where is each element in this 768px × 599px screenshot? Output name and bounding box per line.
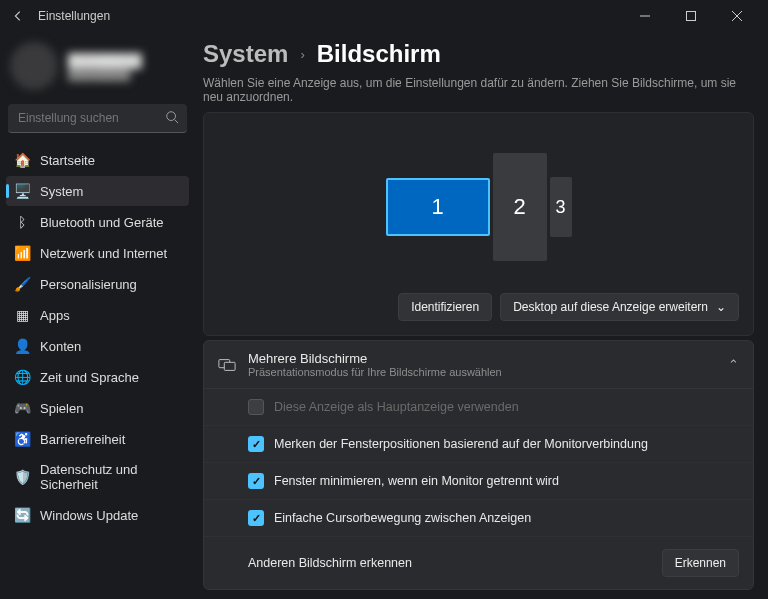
- option-label: Merken der Fensterpositionen basierend a…: [274, 437, 648, 451]
- search-input[interactable]: [8, 104, 187, 133]
- profile-email: ████████: [68, 68, 142, 80]
- time-icon: 🌐: [14, 369, 30, 385]
- sidebar-item-konten[interactable]: 👤Konten: [6, 331, 189, 361]
- close-icon: [732, 11, 742, 21]
- accessibility-icon: ♿: [14, 431, 30, 447]
- home-icon: 🏠: [14, 152, 30, 168]
- chevron-right-icon: ›: [300, 47, 304, 62]
- search-box[interactable]: [8, 104, 187, 133]
- option-label: Einfache Cursorbewegung zwischen Anzeige…: [274, 511, 531, 525]
- sidebar-item-label: Personalisierung: [40, 277, 137, 292]
- breadcrumb: System › Bildschirm: [203, 40, 754, 68]
- close-button[interactable]: [714, 0, 760, 32]
- sidebar-item-bluetooth-und-geräte[interactable]: ᛒBluetooth und Geräte: [6, 207, 189, 237]
- sidebar-item-netzwerk-und-internet[interactable]: 📶Netzwerk und Internet: [6, 238, 189, 268]
- svg-line-5: [175, 120, 179, 124]
- checkbox[interactable]: [248, 473, 264, 489]
- sidebar-item-label: Spielen: [40, 401, 83, 416]
- sidebar-item-label: Konten: [40, 339, 81, 354]
- network-icon: 📶: [14, 245, 30, 261]
- sidebar-item-system[interactable]: 🖥️System: [6, 176, 189, 206]
- display-option-row: Diese Anzeige als Hauptanzeige verwenden: [204, 389, 753, 425]
- back-button[interactable]: [8, 9, 28, 23]
- sidebar-item-spielen[interactable]: 🎮Spielen: [6, 393, 189, 423]
- breadcrumb-parent[interactable]: System: [203, 40, 288, 68]
- window-title: Einstellungen: [38, 9, 110, 23]
- sidebar-item-zeit-und-sprache[interactable]: 🌐Zeit und Sprache: [6, 362, 189, 392]
- avatar: [10, 42, 58, 90]
- svg-rect-7: [224, 362, 235, 370]
- identify-button[interactable]: Identifizieren: [398, 293, 492, 321]
- chevron-down-icon: ⌄: [716, 300, 726, 314]
- profile-name: ████████: [68, 53, 142, 68]
- multiple-displays-header[interactable]: Mehrere Bildschirme Präsentationsmodus f…: [204, 341, 753, 388]
- sidebar-item-windows-update[interactable]: 🔄Windows Update: [6, 500, 189, 530]
- help-text: Wählen Sie eine Anzeige aus, um die Eins…: [203, 76, 754, 104]
- personalization-icon: 🖌️: [14, 276, 30, 292]
- sidebar: ████████ ████████ 🏠Startseite🖥️SystemᛒBl…: [0, 32, 195, 599]
- minimize-icon: [640, 11, 650, 21]
- display-option-row[interactable]: Fenster minimieren, wenn ein Monitor get…: [204, 462, 753, 499]
- update-icon: 🔄: [14, 507, 30, 523]
- display-option-row[interactable]: Merken der Fensterpositionen basierend a…: [204, 425, 753, 462]
- sidebar-item-label: Datenschutz und Sicherheit: [40, 462, 181, 492]
- maximize-icon: [686, 11, 696, 21]
- option-label: Fenster minimieren, wenn ein Monitor get…: [274, 474, 559, 488]
- sidebar-item-label: Barrierefreiheit: [40, 432, 125, 447]
- option-label: Diese Anzeige als Hauptanzeige verwenden: [274, 400, 519, 414]
- checkbox: [248, 399, 264, 415]
- sidebar-item-datenschutz-und-sicherheit[interactable]: 🛡️Datenschutz und Sicherheit: [6, 455, 189, 499]
- sidebar-item-label: Bluetooth und Geräte: [40, 215, 164, 230]
- checkbox[interactable]: [248, 510, 264, 526]
- card-title: Mehrere Bildschirme: [248, 351, 716, 366]
- profile-block[interactable]: ████████ ████████: [6, 36, 189, 104]
- display-duplicate-icon: [218, 356, 236, 374]
- display-arrangement-panel: 1 2 3 Identifizieren Desktop auf diese A…: [203, 112, 754, 336]
- breadcrumb-current: Bildschirm: [317, 40, 441, 68]
- sidebar-item-label: Netzwerk und Internet: [40, 246, 167, 261]
- card-subtitle: Präsentationsmodus für Ihre Bildschirme …: [248, 366, 716, 378]
- svg-rect-1: [687, 12, 696, 21]
- privacy-icon: 🛡️: [14, 469, 30, 485]
- minimize-button[interactable]: [622, 0, 668, 32]
- sidebar-item-label: System: [40, 184, 83, 199]
- detect-button[interactable]: Erkennen: [662, 549, 739, 577]
- arrow-left-icon: [11, 9, 25, 23]
- sidebar-item-apps[interactable]: ▦Apps: [6, 300, 189, 330]
- monitor-1[interactable]: 1: [386, 178, 490, 236]
- sidebar-item-personalisierung[interactable]: 🖌️Personalisierung: [6, 269, 189, 299]
- sidebar-item-label: Startseite: [40, 153, 95, 168]
- main-content: System › Bildschirm Wählen Sie eine Anze…: [195, 32, 768, 599]
- gaming-icon: 🎮: [14, 400, 30, 416]
- sidebar-item-label: Apps: [40, 308, 70, 323]
- apps-icon: ▦: [14, 307, 30, 323]
- monitor-3[interactable]: 3: [550, 177, 572, 237]
- bluetooth-icon: ᛒ: [14, 214, 30, 230]
- maximize-button[interactable]: [668, 0, 714, 32]
- accounts-icon: 👤: [14, 338, 30, 354]
- sidebar-item-startseite[interactable]: 🏠Startseite: [6, 145, 189, 175]
- sidebar-item-label: Windows Update: [40, 508, 138, 523]
- display-option-row[interactable]: Einfache Cursorbewegung zwischen Anzeige…: [204, 499, 753, 536]
- extend-dropdown[interactable]: Desktop auf diese Anzeige erweitern ⌄: [500, 293, 739, 321]
- sidebar-item-barrierefreiheit[interactable]: ♿Barrierefreiheit: [6, 424, 189, 454]
- sidebar-item-label: Zeit und Sprache: [40, 370, 139, 385]
- monitor-2[interactable]: 2: [493, 153, 547, 261]
- multiple-displays-card: Mehrere Bildschirme Präsentationsmodus f…: [203, 340, 754, 590]
- svg-point-4: [167, 112, 176, 121]
- chevron-up-icon: ⌃: [728, 357, 739, 372]
- search-icon: [165, 110, 179, 124]
- system-icon: 🖥️: [14, 183, 30, 199]
- detect-label: Anderen Bildschirm erkennen: [248, 556, 412, 570]
- checkbox[interactable]: [248, 436, 264, 452]
- display-arrangement[interactable]: 1 2 3: [218, 127, 739, 287]
